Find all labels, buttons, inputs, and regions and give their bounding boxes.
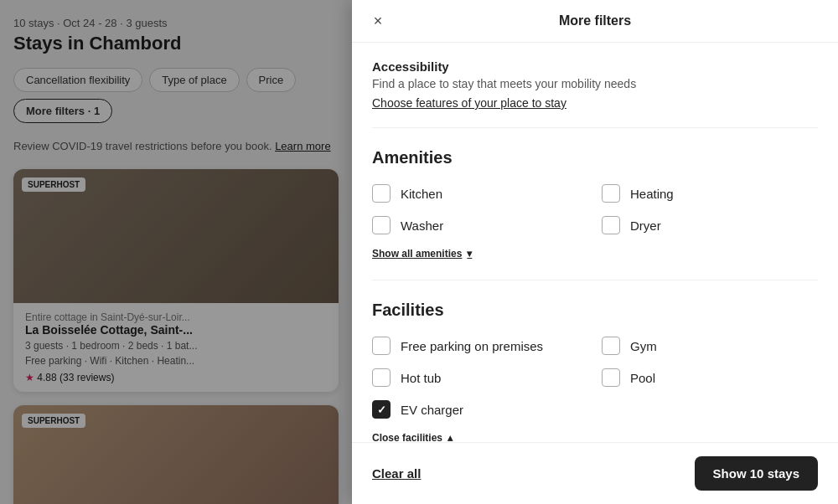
amenity-heating[interactable]: Heating	[602, 184, 818, 203]
modal-footer: Clear all Show 10 stays	[352, 442, 838, 504]
clear-all-button[interactable]: Clear all	[372, 466, 421, 481]
facilities-grid: Free parking on premises Gym Hot tub	[372, 337, 818, 419]
modal-title: More filters	[559, 13, 631, 28]
washer-checkbox[interactable]	[372, 216, 391, 234]
dryer-checkbox[interactable]	[602, 216, 620, 234]
pool-label: Pool	[630, 371, 655, 385]
amenity-kitchen[interactable]: Kitchen	[372, 184, 588, 203]
accessibility-description: Find a place to stay that meets your mob…	[372, 77, 818, 90]
gym-label: Gym	[630, 339, 657, 353]
kitchen-checkbox[interactable]	[372, 184, 391, 203]
heating-checkbox[interactable]	[602, 184, 620, 203]
amenities-title: Amenities	[372, 148, 818, 167]
hot-tub-label: Hot tub	[401, 371, 441, 385]
dryer-label: Dryer	[630, 219, 661, 233]
chevron-up-icon: ▴	[447, 432, 453, 442]
facilities-title: Facilities	[372, 301, 818, 320]
ev-charger-label: EV charger	[401, 403, 463, 417]
amenity-dryer[interactable]: Dryer	[602, 216, 818, 234]
facility-free-parking[interactable]: Free parking on premises	[372, 337, 588, 355]
ev-charger-checkbox[interactable]	[372, 400, 391, 419]
hot-tub-checkbox[interactable]	[372, 368, 391, 387]
heating-label: Heating	[630, 187, 674, 201]
washer-label: Washer	[401, 219, 443, 233]
kitchen-label: Kitchen	[401, 187, 442, 201]
chevron-down-icon: ▾	[467, 248, 472, 260]
amenities-section: Amenities Kitchen Heating Wa	[372, 128, 818, 280]
modal-header: × More filters	[352, 0, 838, 43]
amenity-washer[interactable]: Washer	[372, 216, 588, 234]
accessibility-title: Accessibility	[372, 59, 818, 74]
close-button[interactable]: ×	[365, 8, 391, 33]
accessibility-link[interactable]: Choose features of your place to stay	[372, 96, 566, 110]
accessibility-section: Accessibility Find a place to stay that …	[372, 43, 818, 128]
modal-scroll-body[interactable]: Accessibility Find a place to stay that …	[352, 43, 838, 442]
facility-ev-charger[interactable]: EV charger	[372, 400, 588, 419]
show-all-amenities-button[interactable]: Show all amenities ▾	[372, 248, 472, 260]
facility-gym[interactable]: Gym	[602, 337, 818, 355]
facilities-section: Facilities Free parking on premises Gym	[372, 280, 818, 442]
close-facilities-button[interactable]: Close facilities ▴	[372, 432, 453, 442]
free-parking-label: Free parking on premises	[401, 339, 543, 353]
facility-pool[interactable]: Pool	[602, 368, 818, 387]
free-parking-checkbox[interactable]	[372, 337, 391, 355]
gym-checkbox[interactable]	[602, 337, 620, 355]
facility-hot-tub[interactable]: Hot tub	[372, 368, 588, 387]
show-stays-button[interactable]: Show 10 stays	[695, 456, 818, 491]
more-filters-modal: × More filters Accessibility Find a plac…	[352, 0, 838, 504]
pool-checkbox[interactable]	[602, 368, 620, 387]
amenities-grid: Kitchen Heating Washer Dry	[372, 184, 818, 234]
